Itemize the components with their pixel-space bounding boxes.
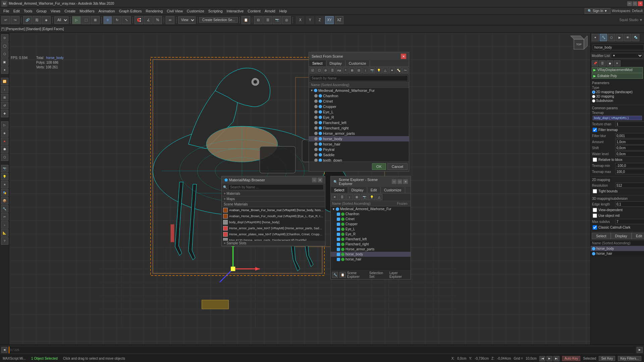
left-tool-22[interactable]: ✂	[1, 213, 8, 221]
filter-dropdown[interactable]: All	[54, 16, 68, 24]
sfs-item-7[interactable]: Horse_armor_parts	[309, 131, 409, 136]
snap-btn[interactable]: 🧲	[135, 16, 143, 24]
axis-xz-btn[interactable]: XZ	[335, 16, 343, 24]
se-filter-btn[interactable]: ☰	[339, 194, 345, 200]
cp-hierarchy-tab[interactable]: ⬡	[608, 34, 615, 41]
timeline-track[interactable]: 0 / 225	[9, 347, 635, 353]
left-tool-20[interactable]: 📦	[1, 197, 8, 204]
mod-make-unique-btn[interactable]: ◆	[606, 60, 613, 66]
mat-items-list[interactable]: Arabian_Horse_Brown_Fur_horse_mat (VRayM…	[222, 207, 325, 241]
bind-button[interactable]: ◈	[42, 16, 51, 24]
left-tool-13[interactable]: 🔺	[1, 137, 8, 145]
sfs-expand-btn[interactable]: ⊞	[349, 67, 355, 73]
texmap-max-input[interactable]	[615, 169, 644, 174]
angle-snap-btn[interactable]: ∠	[144, 16, 153, 24]
mat-maps-header[interactable]: + Maps	[222, 196, 325, 202]
object-name-input[interactable]	[593, 45, 644, 50]
cp-edit-btn[interactable]: Edit	[632, 233, 644, 239]
menu-create[interactable]: Create	[62, 8, 77, 14]
mat-item-3[interactable]: Horse_armor_parts_new_MAT (VRayMtl) [Hor…	[222, 225, 325, 231]
play-next-btn[interactable]: ▶|	[553, 356, 559, 361]
left-tool-15[interactable]: ⬡	[1, 154, 8, 161]
sfs-item-10[interactable]: Peytral	[309, 147, 409, 152]
se-footer-btn2[interactable]: 📋	[339, 272, 345, 278]
se-close[interactable]: ✕	[403, 179, 408, 184]
left-tool-1[interactable]: ⊙	[1, 34, 8, 42]
mat-browser-close[interactable]: ✕	[318, 178, 322, 182]
sfs-scene-list[interactable]: ▼ Medieval_Armored_Warhorse_Fur Chanfron…	[309, 88, 409, 162]
select-from-scene-close[interactable]: ✕	[401, 54, 406, 59]
left-tool-25[interactable]: ?	[1, 237, 8, 245]
key-filters-btn[interactable]: Key Filters...	[618, 356, 641, 361]
se-tab-select[interactable]: Select	[331, 187, 348, 193]
sfs-helper-btn[interactable]: ✦	[389, 67, 395, 73]
se-footer-btn1[interactable]: 🔧	[332, 272, 338, 278]
se-camera-btn[interactable]: 📷	[361, 194, 368, 200]
se-list[interactable]: ▼ Medieval_Armored_Warhorse_Fur Chanfron…	[331, 206, 411, 270]
se-item-1[interactable]: Crinet	[331, 217, 411, 222]
amount-input[interactable]	[615, 139, 644, 144]
modifier-list-dropdown[interactable]: ▼	[611, 53, 643, 58]
left-tool-11[interactable]: ▷	[1, 121, 8, 129]
link-button[interactable]: 🔗	[23, 16, 32, 24]
menu-customize[interactable]: Customize	[185, 8, 206, 14]
menu-civil-view[interactable]: Civil View	[165, 8, 184, 14]
mat-search-input[interactable]	[228, 184, 324, 190]
select-region-btn[interactable]: ⬚	[82, 16, 90, 24]
left-tool-23[interactable]: ⬦	[1, 221, 8, 229]
minimize-button[interactable]: ─	[627, 1, 632, 6]
mirror-btn[interactable]: ⇔	[166, 16, 174, 24]
se-light-btn[interactable]: 💡	[368, 194, 375, 200]
mat-browser-minimize[interactable]: ─	[312, 178, 317, 182]
left-tool-12[interactable]: ◈	[1, 129, 8, 137]
scale-btn[interactable]: ⤡	[122, 16, 131, 24]
mat-materials-header[interactable]: + Materials	[222, 191, 325, 196]
sfs-item-5[interactable]: Flanchard_left	[309, 120, 409, 125]
left-tool-8[interactable]: ⊞	[1, 94, 8, 101]
se-search-btn[interactable]: ✕	[331, 194, 338, 200]
left-tool-3[interactable]: ⬡	[1, 50, 8, 58]
axis-xy-btn[interactable]: XY	[325, 16, 334, 24]
cp-item-horse-body[interactable]: horse_body	[591, 246, 644, 251]
left-tool-19[interactable]: 🎭	[1, 189, 8, 196]
menu-graph-editors[interactable]: Graph Editors	[117, 8, 144, 14]
mat-item-4[interactable]: Horse_armor_plates_new_MAT (VRayMtl) [Ch…	[222, 231, 325, 237]
sfs-light-btn[interactable]: 💡	[376, 67, 382, 73]
se-item-9[interactable]: horse_hair	[331, 257, 411, 262]
max-subdvs-input[interactable]	[615, 219, 644, 224]
sfs-item-8[interactable]: horse_body	[309, 136, 409, 141]
se-item-6[interactable]: Flanchard_right	[331, 242, 411, 247]
select-all-btn[interactable]: ⊞	[91, 16, 100, 24]
menu-scripting[interactable]: Scripting	[206, 8, 225, 14]
se-maximize[interactable]: □	[397, 179, 402, 184]
move-btn[interactable]: ✛	[103, 16, 112, 24]
left-tool-10[interactable]: ✚	[1, 110, 8, 117]
edge-length-input[interactable]	[615, 201, 644, 207]
view-dropdown[interactable]: View	[178, 16, 196, 24]
sfs-camera-btn[interactable]: 📷	[369, 67, 375, 73]
cp-create-tab[interactable]: ✦	[592, 34, 599, 41]
named-selection-btn[interactable]: 📋	[241, 16, 250, 24]
modifier-editable-poly[interactable]: ▶ Editable Poly	[592, 73, 643, 79]
tight-bounds-checkbox[interactable]	[593, 189, 597, 193]
sfs-sort-btn[interactable]: ↕	[363, 67, 369, 73]
sfs-tab-select[interactable]: Select	[309, 60, 326, 66]
mat-item-5[interactable]: Map #130 (Horse_armor_parts_Displacement…	[222, 237, 325, 241]
se-item-3[interactable]: Eye_L	[331, 227, 411, 232]
nav-cube[interactable]: TOP	[569, 34, 589, 54]
se-tab-edit[interactable]: Edit	[367, 187, 381, 193]
sfs-all-btn[interactable]: ☑	[310, 67, 316, 73]
axis-y-btn[interactable]: Y	[306, 16, 314, 24]
unlink-button[interactable]: ⛓	[33, 16, 41, 24]
left-tool-16[interactable]: 📷	[1, 165, 8, 172]
auto-key-btn[interactable]: Auto Key	[562, 356, 581, 361]
texmap-min-input[interactable]	[615, 163, 644, 168]
menu-arnold[interactable]: Arnold	[263, 8, 277, 14]
undo-button[interactable]: ↩	[1, 16, 10, 24]
menu-rendering[interactable]: Rendering	[144, 8, 165, 14]
sfs-geo-btn[interactable]: △	[382, 67, 388, 73]
menu-modifiers[interactable]: Modifiers	[77, 8, 97, 14]
shift-input[interactable]	[615, 145, 644, 150]
mat-item-1[interactable]: Arabian_Horse_Brown_Fur_mouth_mat (VRayM…	[222, 213, 325, 219]
menu-edit[interactable]: Edit	[11, 8, 22, 14]
